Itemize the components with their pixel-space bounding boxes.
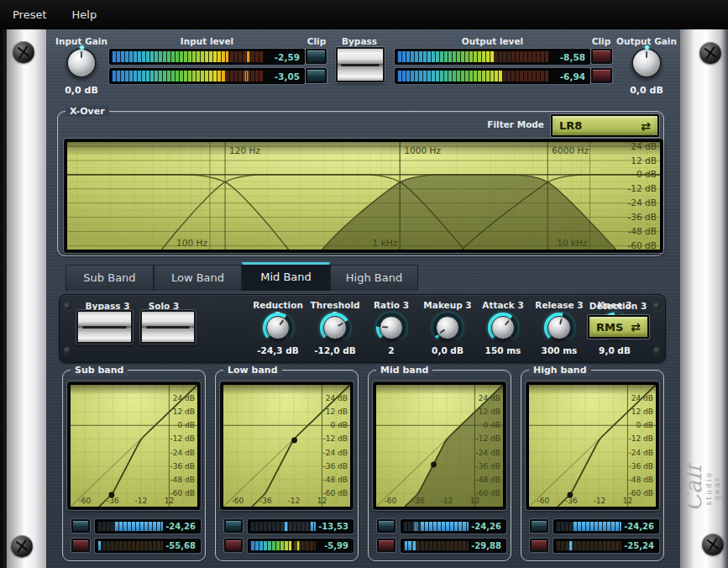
- gate-active-led: [71, 519, 90, 533]
- knob-face: [547, 316, 571, 339]
- gating-meter: -24,26: [401, 519, 506, 534]
- band-transfer-graph: 24 dB12 dB0 dB-12 dB-24 dB-36 dB-48 dB-6…: [526, 381, 659, 510]
- svg-text:-12 dB: -12 dB: [627, 183, 657, 194]
- svg-text:12: 12: [317, 497, 327, 506]
- menu-preset[interactable]: Preset: [0, 0, 60, 29]
- tab-high-band[interactable]: High Band: [330, 265, 418, 291]
- detection-value: RMS: [596, 321, 623, 334]
- screw-icon: [64, 302, 71, 310]
- svg-text:-60: -60: [537, 497, 549, 506]
- attack-knob-group: Attack 3 150 ms: [475, 295, 531, 364]
- tab-mid-band[interactable]: Mid Band: [242, 262, 330, 291]
- makeup-value: 0,0 dB: [420, 345, 475, 355]
- threshold-knob[interactable]: [320, 313, 350, 343]
- output-gain-knob[interactable]: [630, 46, 663, 80]
- knob-led-icon: [80, 45, 84, 50]
- svg-text:0 dB: 0 dB: [636, 169, 657, 180]
- screw-icon: [11, 535, 33, 557]
- svg-text:24 dB: 24 dB: [173, 394, 195, 402]
- detection-select[interactable]: RMS ⇄: [588, 315, 649, 339]
- left-edge: [0, 29, 7, 568]
- attack-knob[interactable]: [488, 313, 518, 343]
- svg-text:-36: -36: [259, 497, 272, 506]
- left-rack-ear: [7, 29, 46, 568]
- solo3-switch[interactable]: [140, 310, 196, 344]
- svg-text:0 dB: 0 dB: [177, 422, 195, 430]
- meter-value: -8,58: [551, 52, 589, 62]
- makeup-knob-group: Makeup 3 0,0 dB: [420, 295, 475, 364]
- release-knob[interactable]: [544, 313, 574, 343]
- svg-text:-60 dB: -60 dB: [170, 489, 195, 497]
- threshold-knob-group: Threshold 3 -12,0 dB: [307, 295, 363, 364]
- ratio-value: 2: [364, 345, 419, 355]
- band-output-meter: -29,88: [401, 539, 506, 553]
- svg-text:-36 dB: -36 dB: [322, 462, 348, 471]
- release-value: 300 ms: [532, 345, 587, 355]
- ratio-knob-group: Ratio 3 2: [364, 295, 419, 364]
- xover-graph: 120 Hz 1000 Hz 6000 Hz 100 Hz 1 kHz 10 k…: [64, 139, 663, 253]
- svg-text:-48 dB: -48 dB: [627, 226, 657, 237]
- output-level-label: Output level: [395, 36, 590, 46]
- xover-title: X-Over: [65, 106, 109, 117]
- tab-sub-band[interactable]: Sub Band: [65, 265, 154, 291]
- svg-text:0 dB: 0 dB: [483, 422, 500, 430]
- band-title: High band: [529, 365, 591, 376]
- tab-low-band[interactable]: Low Band: [154, 265, 242, 291]
- input-level-meter-r: -3,05: [109, 68, 305, 84]
- input-clip-led-l: [306, 49, 327, 64]
- screw-icon: [13, 41, 34, 63]
- brand-name: Calf: [683, 458, 704, 518]
- svg-text:24 dB: 24 dB: [326, 394, 348, 402]
- bypass-switch[interactable]: [336, 47, 385, 82]
- svg-text:12: 12: [165, 497, 175, 506]
- svg-text:-60 dB: -60 dB: [475, 489, 500, 497]
- filter-mode-label: Filter Mode: [453, 119, 544, 129]
- svg-text:-36: -36: [107, 497, 119, 506]
- input-clip-led-r: [306, 68, 327, 83]
- low-band-section: Low band 24 dB12 dB0 dB-12 dB-24 dB-36 d…: [215, 370, 359, 561]
- gating-meter: -24,26: [553, 519, 659, 534]
- input-gain-knob[interactable]: [65, 46, 98, 80]
- filter-mode-select[interactable]: LR8 ⇄: [551, 114, 659, 137]
- output-led: [71, 539, 90, 552]
- band-output-meter: -25,24: [553, 539, 659, 553]
- svg-text:-48 dB: -48 dB: [475, 476, 500, 484]
- svg-text:-48 dB: -48 dB: [628, 476, 653, 484]
- reduction-value: -24,3 dB: [250, 345, 306, 355]
- svg-text:-60: -60: [78, 497, 91, 506]
- brand-tagline: studio gear: [704, 458, 721, 518]
- svg-text:-12: -12: [440, 497, 453, 506]
- svg-text:12 dB: 12 dB: [326, 408, 348, 416]
- gate-active-led: [377, 519, 395, 533]
- filter-mode-value: LR8: [559, 119, 582, 132]
- svg-text:-60: -60: [384, 497, 396, 506]
- operating-point-dot: [431, 462, 437, 468]
- menu-help[interactable]: Help: [60, 0, 110, 29]
- plugin-window: Preset Help Calf studio gear Input Gain …: [0, 0, 728, 568]
- svg-text:-36: -36: [565, 497, 578, 506]
- band-title: Low band: [223, 365, 282, 376]
- makeup-knob[interactable]: [432, 313, 463, 343]
- gating-meter: -24,26: [95, 519, 201, 534]
- output-clip-led-r: [591, 68, 612, 83]
- meter-value: -6,94: [551, 71, 589, 82]
- svg-text:-60 dB: -60 dB: [627, 240, 657, 250]
- swap-arrows-icon: ⇄: [641, 122, 651, 130]
- svg-text:24 dB: 24 dB: [479, 394, 500, 402]
- svg-text:-36 dB: -36 dB: [475, 462, 500, 471]
- bypass3-switch[interactable]: [76, 310, 133, 344]
- calf-logo: Calf studio gear: [683, 458, 721, 518]
- svg-text:-24 dB: -24 dB: [628, 449, 653, 457]
- ratio-knob[interactable]: [376, 313, 406, 343]
- attack-value: 150 ms: [475, 345, 531, 355]
- bypass-label: Bypass: [333, 36, 386, 46]
- band-controls-panel: Bypass 3 Solo 3 Reduction 3 -24,3 dB Thr…: [59, 294, 666, 363]
- svg-text:12: 12: [470, 497, 480, 506]
- svg-text:0 dB: 0 dB: [636, 422, 653, 430]
- knob-face: [436, 316, 459, 339]
- reduction-knob[interactable]: [263, 313, 293, 343]
- svg-text:-48 dB: -48 dB: [170, 476, 195, 484]
- svg-text:-60: -60: [231, 497, 244, 506]
- freq-axis-label: 10 kHz: [557, 238, 588, 249]
- svg-text:-12: -12: [134, 497, 147, 506]
